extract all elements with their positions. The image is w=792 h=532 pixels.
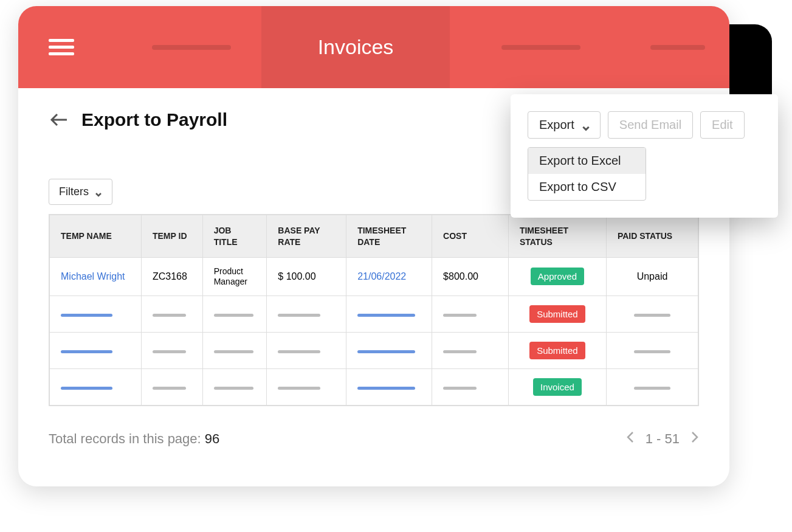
status-badge: Approved <box>531 268 584 285</box>
chevron-down-icon <box>95 188 102 196</box>
table-row[interactable]: Michael Wright ZC3168 Product Manager $ … <box>50 258 698 296</box>
nav-item-placeholder[interactable] <box>122 6 261 88</box>
cell-timesheet-status: Invoiced <box>508 368 606 405</box>
table-row[interactable]: Submitted <box>50 332 698 368</box>
menu-icon[interactable] <box>49 35 74 59</box>
cell-timesheet-status: Submitted <box>508 332 606 368</box>
cell-timesheet-date[interactable] <box>346 295 432 332</box>
cell-timesheet-status: Submitted <box>508 295 606 332</box>
cell-base-pay-rate: $ 100.00 <box>267 258 346 296</box>
cell-cost: $800.00 <box>432 258 509 296</box>
col-timesheet-date[interactable]: TIMESHEET DATE <box>346 215 432 258</box>
back-arrow-icon[interactable] <box>49 109 69 130</box>
cell-base-pay-rate <box>267 368 346 405</box>
cell-temp-name[interactable] <box>50 332 142 368</box>
pager-next-icon[interactable] <box>690 430 699 447</box>
topbar: Invoices <box>18 6 729 88</box>
col-paid-status[interactable]: PAID STATUS <box>606 215 698 258</box>
pager: 1 - 51 <box>626 430 699 447</box>
edit-label: Edit <box>712 118 732 132</box>
nav-tab-label: Invoices <box>318 35 394 59</box>
page-title: Export to Payroll <box>81 109 227 130</box>
cell-job-title: Product Manager <box>202 258 267 296</box>
cell-base-pay-rate <box>267 295 346 332</box>
status-badge: Submitted <box>529 305 585 323</box>
cell-timesheet-date[interactable] <box>346 368 432 405</box>
send-email-button[interactable]: Send Email <box>608 111 693 139</box>
edit-button[interactable]: Edit <box>700 111 744 139</box>
table-header-row: TEMP NAME TEMP ID JOB TITLE BASE PAY RAT… <box>50 215 698 258</box>
cell-temp-id <box>141 332 202 368</box>
cell-base-pay-rate <box>267 332 346 368</box>
cell-temp-id <box>141 368 202 405</box>
actions-row: Export Send Email Edit <box>528 111 761 139</box>
app-window: Invoices Export to Payroll Filters <box>18 6 729 486</box>
export-dropdown: Export to Excel Export to CSV <box>528 147 646 201</box>
pager-prev-icon[interactable] <box>626 430 635 447</box>
col-base-pay-rate[interactable]: BASE PAY RATE <box>267 215 346 258</box>
records-count-label: Total records in this page: <box>49 431 205 446</box>
records-count: Total records in this page: 96 <box>49 431 219 447</box>
cell-paid-status: Unpaid <box>606 258 698 296</box>
cell-job-title <box>202 295 267 332</box>
nav-item-placeholder[interactable] <box>468 6 614 88</box>
send-email-label: Send Email <box>619 118 681 132</box>
data-table: TEMP NAME TEMP ID JOB TITLE BASE PAY RAT… <box>49 214 699 406</box>
filters-button[interactable]: Filters <box>49 179 112 205</box>
cell-paid-status <box>606 295 698 332</box>
actions-panel: Export Send Email Edit Export to Excel E… <box>511 94 778 218</box>
table-row[interactable]: Submitted <box>50 295 698 332</box>
cell-cost <box>432 332 509 368</box>
cell-temp-name[interactable]: Michael Wright <box>50 258 142 296</box>
cell-cost <box>432 295 509 332</box>
nav-tab-invoices[interactable]: Invoices <box>261 6 450 88</box>
cell-temp-name[interactable] <box>50 295 142 332</box>
col-temp-name[interactable]: TEMP NAME <box>50 215 142 258</box>
filters-label: Filters <box>59 185 89 198</box>
cell-timesheet-date[interactable]: 21/06/2022 <box>346 258 432 296</box>
nav-item-placeholder[interactable] <box>626 6 729 88</box>
pager-range: 1 - 51 <box>646 431 680 447</box>
cell-temp-id <box>141 295 202 332</box>
cell-cost <box>432 368 509 405</box>
export-label: Export <box>539 118 574 132</box>
cell-job-title <box>202 368 267 405</box>
table-row[interactable]: Invoiced <box>50 368 698 405</box>
cell-temp-name[interactable] <box>50 368 142 405</box>
export-to-csv-item[interactable]: Export to CSV <box>528 174 646 200</box>
col-cost[interactable]: COST <box>432 215 509 258</box>
export-to-excel-item[interactable]: Export to Excel <box>528 148 646 174</box>
col-temp-id[interactable]: TEMP ID <box>141 215 202 258</box>
cell-timesheet-status: Approved <box>508 258 606 296</box>
col-timesheet-status[interactable]: TIMESHEET STATUS <box>508 215 606 258</box>
cell-job-title <box>202 332 267 368</box>
cell-temp-id: ZC3168 <box>141 258 202 296</box>
cell-paid-status <box>606 332 698 368</box>
records-count-value: 96 <box>205 431 219 446</box>
table-footer: Total records in this page: 96 1 - 51 <box>49 430 699 447</box>
chevron-down-icon <box>582 122 589 129</box>
cell-timesheet-date[interactable] <box>346 332 432 368</box>
cell-paid-status <box>606 368 698 405</box>
export-button[interactable]: Export <box>528 111 601 139</box>
status-badge: Invoiced <box>533 378 582 396</box>
status-badge: Submitted <box>529 342 585 359</box>
col-job-title[interactable]: JOB TITLE <box>202 215 267 258</box>
